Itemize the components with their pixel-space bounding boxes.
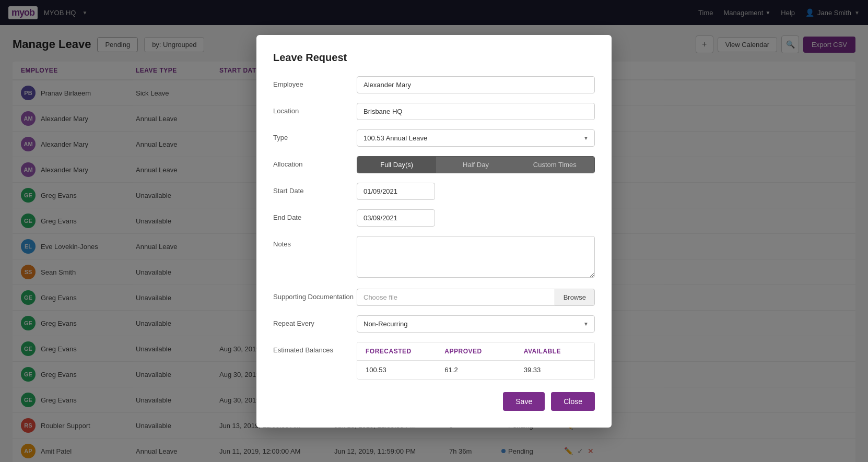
estimated-balances-control: FORECASTED APPROVED AVAILABLE 100.53 61.… <box>357 342 595 380</box>
start-date-row: Start Date <box>273 183 595 200</box>
end-date-input[interactable] <box>357 209 435 227</box>
modal-title: Leave Request <box>273 52 595 64</box>
balance-forecasted-value: 100.53 <box>357 361 436 379</box>
type-select[interactable]: 100.53 Annual Leave <box>357 129 595 147</box>
allocation-control: Full Day(s) Half Day Custom Times <box>357 156 595 173</box>
type-control: 100.53 Annual Leave <box>357 129 595 147</box>
balance-approved-header: APPROVED <box>436 342 515 360</box>
location-label: Location <box>273 103 357 115</box>
end-date-label: End Date <box>273 209 357 221</box>
location-row: Location <box>273 103 595 120</box>
balance-approved-value: 61.2 <box>436 361 515 379</box>
repeat-every-label: Repeat Every <box>273 315 357 327</box>
half-day-toggle[interactable]: Half Day <box>436 157 515 173</box>
repeat-every-control: Non-Recurring <box>357 315 595 333</box>
allocation-toggle: Full Day(s) Half Day Custom Times <box>357 156 595 173</box>
modal-footer: Save Close <box>273 392 595 411</box>
notes-textarea[interactable] <box>357 236 595 278</box>
custom-times-toggle[interactable]: Custom Times <box>515 157 594 173</box>
supporting-doc-control: Choose file Browse <box>357 289 595 306</box>
employee-label: Employee <box>273 76 357 88</box>
modal-overlay[interactable]: Leave Request Employee Location Type 100… <box>0 0 868 462</box>
notes-control <box>357 236 595 279</box>
save-button[interactable]: Save <box>503 392 545 411</box>
allocation-row: Allocation Full Day(s) Half Day Custom T… <box>273 156 595 173</box>
end-date-row: End Date <box>273 209 595 227</box>
full-day-toggle[interactable]: Full Day(s) <box>357 157 436 173</box>
employee-input[interactable] <box>357 76 595 93</box>
balances-table: FORECASTED APPROVED AVAILABLE 100.53 61.… <box>357 342 595 380</box>
employee-control <box>357 76 595 93</box>
location-control <box>357 103 595 120</box>
file-input: Choose file <box>357 289 555 306</box>
close-button[interactable]: Close <box>551 392 595 411</box>
repeat-every-select[interactable]: Non-Recurring <box>357 315 595 333</box>
estimated-balances-row: Estimated Balances FORECASTED APPROVED A… <box>273 342 595 380</box>
location-input[interactable] <box>357 103 595 120</box>
end-date-control <box>357 209 595 227</box>
browse-button[interactable]: Browse <box>555 289 595 306</box>
allocation-label: Allocation <box>273 156 357 168</box>
notes-label: Notes <box>273 236 357 248</box>
start-date-label: Start Date <box>273 183 357 195</box>
leave-request-modal: Leave Request Employee Location Type 100… <box>256 35 612 428</box>
file-input-row: Choose file Browse <box>357 289 595 306</box>
supporting-doc-row: Supporting Documentation Choose file Bro… <box>273 289 595 306</box>
notes-row: Notes <box>273 236 595 279</box>
balance-available-header: AVAILABLE <box>515 342 594 360</box>
type-row: Type 100.53 Annual Leave <box>273 129 595 147</box>
employee-row: Employee <box>273 76 595 93</box>
balances-header: FORECASTED APPROVED AVAILABLE <box>357 342 594 360</box>
repeat-every-row: Repeat Every Non-Recurring <box>273 315 595 333</box>
start-date-control <box>357 183 595 200</box>
estimated-balances-label: Estimated Balances <box>273 342 357 354</box>
balance-available-value: 39.33 <box>515 361 594 379</box>
supporting-doc-label: Supporting Documentation <box>273 289 357 301</box>
start-date-input[interactable] <box>357 183 435 200</box>
balance-forecasted-header: FORECASTED <box>357 342 436 360</box>
balances-body: 100.53 61.2 39.33 <box>357 360 594 379</box>
type-label: Type <box>273 129 357 141</box>
